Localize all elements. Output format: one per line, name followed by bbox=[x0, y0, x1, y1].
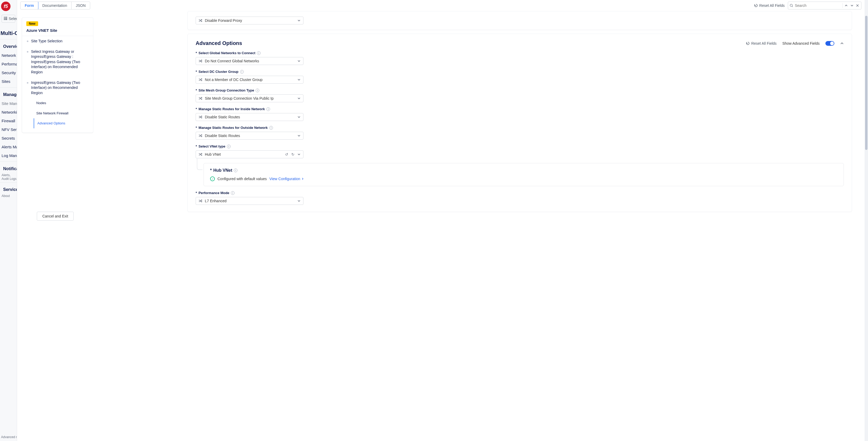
search-clear-button[interactable] bbox=[856, 3, 860, 8]
apps-grid-icon bbox=[4, 17, 7, 21]
search-input[interactable] bbox=[795, 3, 841, 8]
chevron-down-icon bbox=[298, 116, 301, 119]
info-icon[interactable]: i bbox=[269, 126, 273, 130]
info-icon[interactable]: i bbox=[234, 168, 238, 172]
product-title: Multi-Cloud Network Connect bbox=[0, 25, 17, 39]
collapse-section-button[interactable] bbox=[840, 41, 844, 45]
advanced-options-title: Advanced Options bbox=[196, 40, 242, 46]
outline-card: New Azure VNET Site Site Type Selection … bbox=[22, 18, 93, 133]
chevron-up-icon bbox=[845, 4, 848, 7]
sidebar-item-nfv[interactable]: NFV Services bbox=[2, 125, 17, 134]
select-performance-mode[interactable]: L7 Enhanced bbox=[196, 197, 304, 205]
info-icon[interactable]: i bbox=[231, 191, 235, 195]
sidebar-section-overview[interactable]: Overview bbox=[2, 42, 17, 51]
field-static-in: *Manage Static Routes for Inside Network… bbox=[196, 107, 844, 121]
chevron-down-icon bbox=[298, 78, 301, 81]
outline-item-advanced-options[interactable]: Advanced Options bbox=[34, 118, 93, 128]
shuffle-icon bbox=[198, 96, 202, 100]
select-vnet-type[interactable]: Hub VNet ↺ ↻ bbox=[196, 150, 304, 158]
chevron-right-icon bbox=[301, 178, 304, 180]
sidebar-item-security[interactable]: Security bbox=[2, 68, 17, 77]
field-site-mesh: *Site Mesh Group Connection Typei Site M… bbox=[196, 88, 844, 102]
sidebar-item-network[interactable]: Network bbox=[2, 51, 17, 60]
shuffle-icon bbox=[198, 134, 202, 137]
select-static-in[interactable]: Disable Static Routes bbox=[196, 113, 304, 121]
redo-icon[interactable]: ↻ bbox=[291, 152, 295, 156]
field-global-networks: *Select Global Networks to Connecti Do N… bbox=[196, 51, 844, 65]
view-tabs: Form Documentation JSON bbox=[20, 2, 90, 9]
value-site-mesh: Site Mesh Group Connection Via Public Ip bbox=[205, 96, 295, 100]
label-vnet-type: Select VNet type bbox=[198, 145, 225, 148]
select-service-label: Select bbox=[9, 17, 17, 21]
select-static-out[interactable]: Disable Static Routes bbox=[196, 132, 304, 139]
select-global-networks[interactable]: Do Not Connect Global Networks bbox=[196, 57, 304, 65]
forward-proxy-select[interactable]: Disable Forward Proxy bbox=[196, 17, 304, 25]
sidebar-item-networking[interactable]: Networking bbox=[2, 108, 17, 117]
search-prev-button[interactable] bbox=[844, 3, 848, 8]
tab-form[interactable]: Form bbox=[20, 2, 38, 9]
cancel-and-exit-button[interactable]: Cancel and Exit bbox=[37, 212, 74, 221]
new-badge: New bbox=[26, 21, 38, 26]
advanced-options-card: Advanced Options Reset All Fields Show A… bbox=[187, 34, 852, 212]
info-icon[interactable]: i bbox=[267, 107, 270, 111]
sidebar-item-performance[interactable]: Performance bbox=[2, 60, 17, 68]
info-icon[interactable]: i bbox=[240, 70, 244, 74]
reset-all-fields-section[interactable]: Reset All Fields bbox=[745, 41, 776, 45]
outline-item-ingress-select[interactable]: Select Ingress Gateway or Ingress/Egress… bbox=[22, 46, 93, 77]
chevron-down-icon bbox=[298, 134, 301, 137]
select-service-dropdown[interactable]: Select bbox=[2, 15, 15, 23]
label-dc-cluster: Select DC Cluster Group bbox=[198, 70, 239, 74]
view-configuration-link[interactable]: View Configuration bbox=[270, 177, 304, 181]
outline-item-ingress-egress[interactable]: Ingress/Egress Gateway (Two Interface) o… bbox=[22, 77, 93, 98]
value-static-out: Disable Static Routes bbox=[205, 134, 295, 138]
shuffle-icon bbox=[198, 78, 202, 82]
scrollbar-thumb[interactable] bbox=[865, 16, 867, 150]
tab-documentation[interactable]: Documentation bbox=[38, 2, 71, 9]
sidebar-section-services[interactable]: Services bbox=[2, 185, 17, 194]
sidebar-item-secrets[interactable]: Secrets bbox=[2, 134, 17, 143]
advanced-nav-footer: Advanced nav bbox=[1, 435, 17, 439]
label-static-in: Manage Static Routes for Inside Network bbox=[198, 107, 265, 111]
label-site-mesh: Site Mesh Group Connection Type bbox=[198, 88, 254, 92]
shuffle-icon bbox=[198, 19, 202, 22]
sidebar-section-manage[interactable]: Manage bbox=[2, 90, 17, 99]
outline-title: Azure VNET Site bbox=[22, 28, 93, 36]
select-dc-cluster[interactable]: Not a Member of DC Cluster Group bbox=[196, 76, 304, 84]
revert-icon bbox=[745, 41, 750, 45]
field-vnet-type: *Select VNet typei Hub VNet ↺ ↻ bbox=[196, 145, 844, 186]
undo-icon[interactable]: ↺ bbox=[285, 152, 288, 156]
outline-item-nodes[interactable]: Nodes bbox=[22, 98, 93, 108]
chevron-down-icon bbox=[298, 59, 301, 63]
sidebar-services-sub: About bbox=[2, 194, 17, 198]
info-icon[interactable]: i bbox=[227, 145, 230, 148]
sidebar-services-label: Services bbox=[3, 187, 17, 192]
value-dc-cluster: Not a Member of DC Cluster Group bbox=[205, 77, 295, 82]
select-site-mesh[interactable]: Site Mesh Group Connection Via Public Ip bbox=[196, 94, 304, 102]
sidebar-notifications-label: Notifications bbox=[3, 166, 17, 171]
sidebar-item-site-mgmt[interactable]: Site Management bbox=[2, 99, 17, 108]
sidebar-section-notifications[interactable]: Notifications bbox=[2, 164, 17, 173]
label-global-networks: Select Global Networks to Connect bbox=[198, 51, 255, 55]
sidebar-item-sites[interactable]: Sites bbox=[2, 77, 17, 86]
info-icon[interactable]: i bbox=[257, 51, 260, 55]
show-advanced-toggle[interactable] bbox=[826, 41, 834, 46]
outline-item-site-firewall[interactable]: Site Network Firewall bbox=[22, 108, 93, 118]
sidebar-item-firewall[interactable]: Firewall bbox=[2, 117, 17, 125]
form-area: Disable Forward Proxy Advanced Options R… bbox=[93, 11, 865, 441]
outline-item-site-type[interactable]: Site Type Selection bbox=[22, 36, 93, 46]
tab-json[interactable]: JSON bbox=[71, 2, 90, 9]
chevron-down-icon bbox=[298, 199, 301, 202]
sidebar-item-log[interactable]: Log Management bbox=[2, 151, 17, 160]
reset-all-fields-top[interactable]: Reset All Fields bbox=[754, 3, 785, 8]
page-scrollbar[interactable] bbox=[865, 0, 868, 441]
search-box[interactable] bbox=[788, 2, 861, 9]
search-next-button[interactable] bbox=[850, 3, 854, 8]
f5-logo: f5 bbox=[1, 2, 10, 11]
hub-vnet-title: Hub VNet bbox=[213, 168, 232, 173]
chevron-down-icon bbox=[298, 153, 301, 156]
forward-proxy-value: Disable Forward Proxy bbox=[205, 19, 295, 23]
shuffle-icon bbox=[198, 59, 202, 63]
sidebar-item-alerts[interactable]: Alerts Management bbox=[2, 143, 17, 151]
value-global-networks: Do Not Connect Global Networks bbox=[205, 59, 295, 63]
info-icon[interactable]: i bbox=[256, 89, 259, 92]
